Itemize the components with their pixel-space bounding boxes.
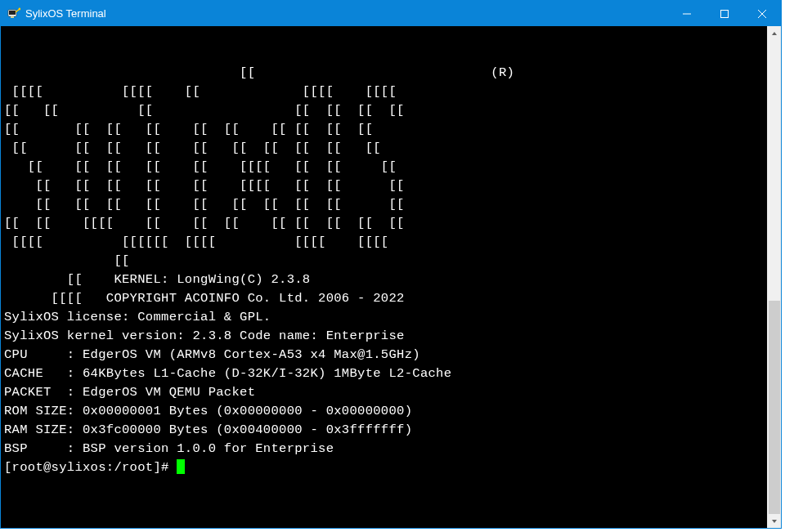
scrollbar-thumb[interactable] (769, 301, 780, 514)
app-window: SylixOS Terminal [[ (R) [[[[ [[[[ [ (0, 0, 782, 529)
app-icon (7, 7, 20, 20)
minimize-button[interactable] (668, 1, 706, 26)
terminal[interactable]: [[ (R) [[[[ [[[[ [[ [[[[ [[[[ [[ [[ [[ [… (1, 26, 767, 528)
svg-rect-5 (721, 10, 729, 17)
shell-prompt-line[interactable]: [root@sylixos:/root]# (4, 458, 764, 477)
scroll-up-arrow-icon[interactable] (768, 26, 781, 40)
vertical-scrollbar[interactable] (767, 26, 781, 528)
license-line: SylixOS license: Commercial & GPL. Sylix… (4, 308, 764, 346)
scroll-down-arrow-icon[interactable] (768, 514, 781, 528)
boot-ascii-art: [[ (R) [[[[ [[[[ [[ [[[[ [[[[ [[ [[ [[ [… (4, 26, 764, 308)
shell-prompt: [root@sylixos:/root]# (4, 460, 177, 475)
scrollbar-track[interactable] (768, 40, 781, 514)
maximize-button[interactable] (706, 1, 743, 26)
close-button[interactable] (743, 1, 781, 26)
window-title: SylixOS Terminal (25, 7, 668, 20)
svg-rect-2 (11, 16, 14, 18)
window-controls (668, 1, 781, 26)
cursor-block (177, 459, 185, 474)
client-area: [[ (R) [[[[ [[[[ [[ [[[[ [[[[ [[ [[ [[ [… (1, 26, 781, 528)
system-info: CPU : EdgerOS VM (ARMv8 Cortex-A53 x4 Ma… (4, 346, 764, 458)
titlebar[interactable]: SylixOS Terminal (1, 1, 781, 26)
svg-rect-1 (9, 11, 16, 15)
